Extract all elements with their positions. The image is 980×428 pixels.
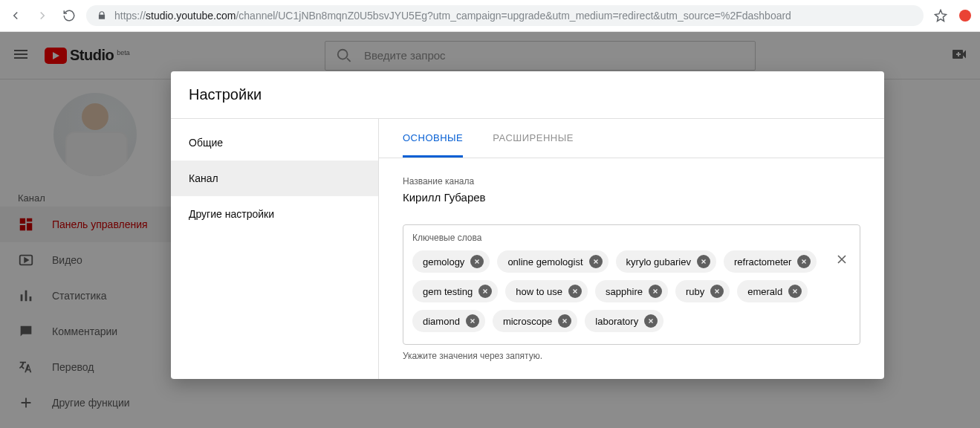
browser-toolbar: https://studio.youtube.com/channel/UC1jN… <box>0 0 980 32</box>
remove-chip-icon[interactable] <box>478 285 492 298</box>
keyword-chip: emerald <box>737 280 808 302</box>
keyword-chip: laboratory <box>585 310 663 332</box>
back-icon[interactable] <box>9 9 22 22</box>
keyword-chip: refractometer <box>724 250 817 273</box>
remove-chip-icon[interactable] <box>697 255 710 268</box>
modal-side-channel[interactable]: Канал <box>171 160 378 196</box>
keywords-label: Ключевые слова <box>412 233 851 243</box>
modal-side-other[interactable]: Другие настройки <box>171 196 378 232</box>
remove-chip-icon[interactable] <box>797 255 811 268</box>
keywords-chips: gemologyonline gemologistkyrylo gubariev… <box>412 250 851 332</box>
bookmark-star-icon[interactable] <box>934 9 947 22</box>
keyword-chip: microscope <box>493 310 577 332</box>
remove-chip-icon[interactable] <box>788 285 802 298</box>
modal-side-general[interactable]: Общие <box>171 125 378 160</box>
keyword-chip-label: ruby <box>686 286 704 297</box>
keyword-chip: how to use <box>505 280 588 302</box>
toolbar-right <box>934 9 971 22</box>
keyword-chip: online gemologist <box>497 250 608 273</box>
keyword-chip-label: diamond <box>423 316 460 327</box>
keyword-chip-label: online gemologist <box>507 256 583 268</box>
keyword-chip: sapphire <box>595 280 668 302</box>
keyword-chip-label: how to use <box>516 286 562 297</box>
keyword-chip: kyrylo gubariev <box>616 250 716 273</box>
remove-chip-icon[interactable] <box>589 255 603 268</box>
keywords-helper: Укажите значения через запятую. <box>403 351 860 361</box>
remove-chip-icon[interactable] <box>649 285 662 298</box>
tabs: ОСНОВНЫЕ РАСШИРЕННЫЕ <box>379 119 884 158</box>
remove-chip-icon[interactable] <box>644 314 658 328</box>
extension-icon[interactable] <box>959 10 971 22</box>
keyword-chip-label: microscope <box>503 316 552 327</box>
remove-chip-icon[interactable] <box>568 285 582 298</box>
keyword-chip: ruby <box>675 280 730 302</box>
url-text: https://studio.youtube.com/channel/UC1jN… <box>114 10 913 22</box>
forward-icon[interactable] <box>36 9 49 22</box>
channel-name-label: Название канала <box>403 176 860 187</box>
modal-main: ОСНОВНЫЕ РАСШИРЕННЫЕ Название канала Кир… <box>379 119 884 379</box>
channel-name-value: Кирилл Губарев <box>403 191 860 204</box>
modal-title: Настройки <box>171 71 884 119</box>
clear-keywords-icon[interactable] <box>834 252 849 267</box>
address-bar[interactable]: https://studio.youtube.com/channel/UC1jN… <box>86 5 924 26</box>
keyword-chip-label: kyrylo gubariev <box>626 256 691 268</box>
remove-chip-icon[interactable] <box>558 314 571 328</box>
keyword-chip-label: laboratory <box>595 316 638 327</box>
keyword-chip-label: emerald <box>747 286 782 297</box>
tab-advanced[interactable]: РАСШИРЕННЫЕ <box>493 119 574 158</box>
keyword-chip-label: gem testing <box>423 286 473 297</box>
reload-icon[interactable] <box>62 9 76 22</box>
remove-chip-icon[interactable] <box>710 285 724 298</box>
remove-chip-icon[interactable] <box>470 255 484 268</box>
settings-modal: Настройки Общие Канал Другие настройки О… <box>171 71 884 379</box>
keyword-chip: diamond <box>412 310 485 332</box>
keywords-field[interactable]: Ключевые слова gemologyonline gemologist… <box>403 224 860 345</box>
modal-sidebar: Общие Канал Другие настройки <box>171 119 379 379</box>
keyword-chip: gem testing <box>412 280 498 302</box>
nav-buttons <box>9 9 76 22</box>
lock-icon <box>97 10 107 21</box>
tab-basic[interactable]: ОСНОВНЫЕ <box>403 119 463 158</box>
keyword-chip-label: refractometer <box>734 256 791 268</box>
keyword-chip-label: gemology <box>423 256 464 268</box>
remove-chip-icon[interactable] <box>466 314 479 328</box>
keyword-chip-label: sapphire <box>606 286 643 297</box>
keyword-chip: gemology <box>412 250 490 273</box>
